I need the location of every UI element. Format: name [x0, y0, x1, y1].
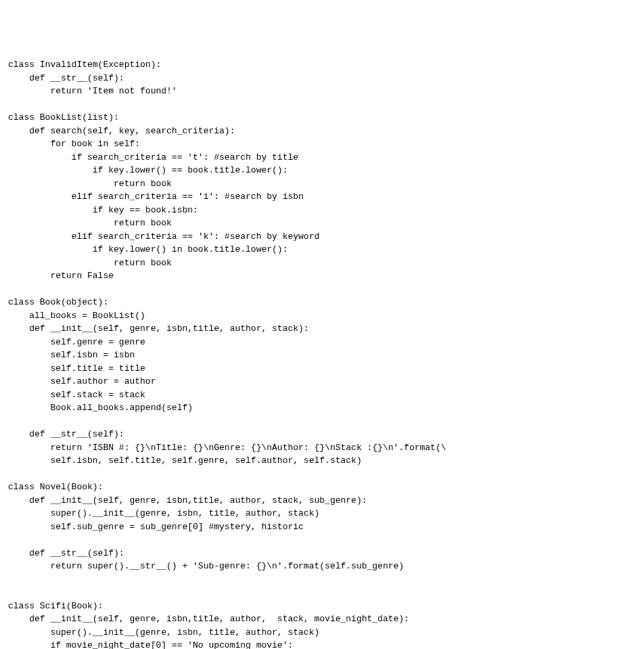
- code-block: class InvalidItem(Exception): def __str_…: [8, 58, 636, 649]
